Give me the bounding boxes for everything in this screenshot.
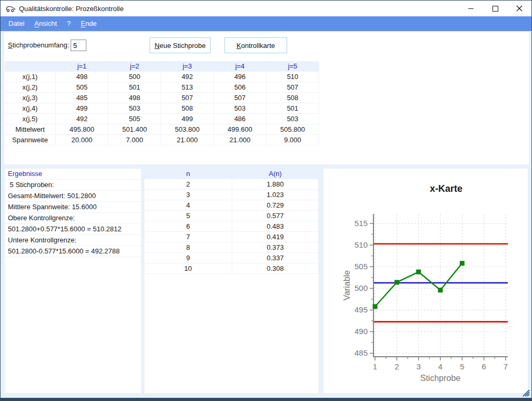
column-header: j=3 bbox=[161, 61, 214, 71]
sample-value-cell: 499.600 bbox=[214, 124, 267, 134]
table-row: x(j,1)498500492496510 bbox=[5, 72, 319, 82]
resize-grip[interactable] bbox=[520, 387, 530, 397]
sample-value-cell: 507 bbox=[161, 93, 214, 103]
table-row: Spannweite20.0007.00021.00021.0009.000 bbox=[5, 135, 319, 145]
data-point-marker bbox=[438, 288, 443, 292]
sample-value-cell: 21.000 bbox=[214, 135, 267, 145]
y-tick-label: 515 bbox=[354, 219, 368, 228]
sample-value-cell: 501 bbox=[109, 82, 161, 92]
sample-value-cell: 503.800 bbox=[161, 124, 214, 134]
sample-value-cell: 503 bbox=[109, 103, 161, 113]
menu-bar: DateiAnsicht?Ende bbox=[1, 16, 531, 31]
results-line: 501.2800-0.577*15.6000 = 492.2788 bbox=[5, 246, 141, 257]
an-value-cell: 3 bbox=[144, 190, 232, 200]
an-value-cell: 0.337 bbox=[232, 253, 319, 263]
table-row: 60.483 bbox=[144, 221, 319, 232]
row-label: x(j,4) bbox=[5, 103, 56, 113]
results-line: Mittlere Spannweite: 15.6000 bbox=[5, 202, 141, 213]
row-label: Mittelwert bbox=[5, 124, 56, 134]
sample-value-cell: 7.000 bbox=[109, 135, 161, 145]
sample-size-label: Stichprobenumfang: bbox=[8, 37, 69, 53]
window-controls bbox=[459, 1, 531, 16]
sample-value-cell: 505.800 bbox=[267, 124, 319, 134]
an-value-cell: 5 bbox=[144, 211, 232, 221]
y-tick-label: 495 bbox=[354, 305, 368, 314]
row-label: x(j,1) bbox=[5, 72, 56, 82]
an-value-cell: 0.308 bbox=[232, 263, 319, 273]
table-row: x(j,2)505501513506507 bbox=[5, 82, 319, 93]
sample-value-cell: 500 bbox=[109, 72, 161, 82]
sample-value-cell: 503 bbox=[267, 114, 319, 124]
sample-value-cell: 506 bbox=[214, 82, 267, 92]
sample-value-cell: 21.000 bbox=[161, 135, 214, 145]
table-row: 100.308 bbox=[144, 263, 319, 274]
table-row: 80.373 bbox=[144, 242, 319, 253]
sample-value-cell: 499 bbox=[161, 114, 214, 124]
window-title: Qualitätskontrolle: Prozeßkontrolle bbox=[19, 5, 124, 13]
chart-title: x-Karte bbox=[430, 183, 462, 194]
sample-value-cell: 486 bbox=[214, 114, 267, 124]
y-tick-label: 490 bbox=[354, 327, 368, 336]
y-tick-label: 500 bbox=[354, 283, 368, 292]
sample-value-cell: 499 bbox=[56, 103, 109, 113]
sample-value-cell: 508 bbox=[267, 93, 319, 103]
sample-value-cell: 496 bbox=[214, 72, 267, 82]
an-value-cell: 0.577 bbox=[232, 211, 319, 221]
x-tick-label: 4 bbox=[438, 362, 442, 371]
sample-size-input[interactable] bbox=[71, 40, 86, 51]
menu-item-ende[interactable]: Ende bbox=[81, 16, 96, 31]
data-point-marker bbox=[416, 270, 421, 275]
table-row: x(j,5)492505499486503 bbox=[5, 114, 319, 124]
an-value-cell: 0.483 bbox=[232, 221, 319, 231]
row-label: x(j,3) bbox=[5, 93, 56, 103]
an-value-cell: 1.023 bbox=[232, 190, 319, 200]
maximize-icon bbox=[492, 6, 498, 12]
sample-value-cell: 498 bbox=[56, 72, 109, 82]
sample-value-cell: 513 bbox=[161, 82, 214, 92]
x-karte-chart: x-Karte4854904955005055105151234567Stich… bbox=[323, 169, 528, 393]
column-header: A(n) bbox=[232, 169, 319, 179]
results-line: Obere Kontrollgrenze: bbox=[5, 213, 141, 224]
column-header: n bbox=[144, 169, 232, 179]
minimize-button[interactable] bbox=[459, 1, 483, 16]
table-row: 90.337 bbox=[144, 253, 319, 263]
row-label: x(j,2) bbox=[5, 82, 56, 92]
an-value-cell: 6 bbox=[144, 221, 232, 231]
row-label: Spannweite bbox=[5, 135, 56, 145]
title-bar: Qualitätskontrolle: Prozeßkontrolle bbox=[1, 1, 531, 16]
x-tick-label: 1 bbox=[373, 362, 377, 371]
an-value-cell: 10 bbox=[144, 263, 232, 273]
an-value-cell: 8 bbox=[144, 242, 232, 252]
new-sample-button[interactable]: Neue Stichprobe bbox=[150, 37, 211, 53]
table-row: x(j,3)485498507507508 bbox=[5, 93, 319, 103]
y-tick-label: 485 bbox=[354, 348, 368, 357]
sample-value-cell: 492 bbox=[161, 72, 214, 82]
menu-item-datei[interactable]: Datei bbox=[8, 16, 24, 31]
table-row: Mittelwert495.800501.400503.800499.60050… bbox=[5, 124, 319, 135]
maximize-button[interactable] bbox=[483, 1, 507, 16]
an-value-cell: 7 bbox=[144, 232, 232, 242]
x-tick-label: 5 bbox=[460, 362, 464, 371]
table-header-row: j=1j=2j=3j=4j=5 bbox=[5, 61, 319, 72]
menu-item-ansicht[interactable]: Ansicht bbox=[34, 16, 57, 31]
table-row: 40.729 bbox=[144, 200, 319, 211]
control-chart-button[interactable]: Kontrollkarte bbox=[224, 37, 287, 53]
sample-value-cell: 507 bbox=[214, 93, 267, 103]
results-line: 501.2800+0.577*15.6000 = 510.2812 bbox=[5, 224, 141, 235]
minimize-icon bbox=[468, 8, 474, 9]
close-button[interactable] bbox=[507, 1, 531, 16]
sample-value-cell: 498 bbox=[109, 93, 161, 103]
menu-item-help[interactable]: ? bbox=[67, 16, 71, 31]
an-value-cell: 0.373 bbox=[232, 242, 319, 252]
app-car-icon bbox=[5, 5, 16, 13]
an-header-row: nA(n) bbox=[144, 169, 319, 179]
app-window: Qualitätskontrolle: Prozeßkontrolle Date… bbox=[0, 0, 532, 401]
results-line: Gesamt-Mittelwert: 501.2800 bbox=[5, 191, 141, 202]
sample-value-cell: 507 bbox=[267, 82, 319, 92]
results-line: 5 Stichproben: bbox=[5, 180, 141, 191]
window-bottom-frame bbox=[1, 398, 531, 400]
an-value-cell: 0.419 bbox=[232, 232, 319, 242]
corner-header bbox=[5, 61, 56, 71]
sample-value-cell: 510 bbox=[267, 72, 319, 82]
x-tick-label: 6 bbox=[481, 362, 486, 371]
